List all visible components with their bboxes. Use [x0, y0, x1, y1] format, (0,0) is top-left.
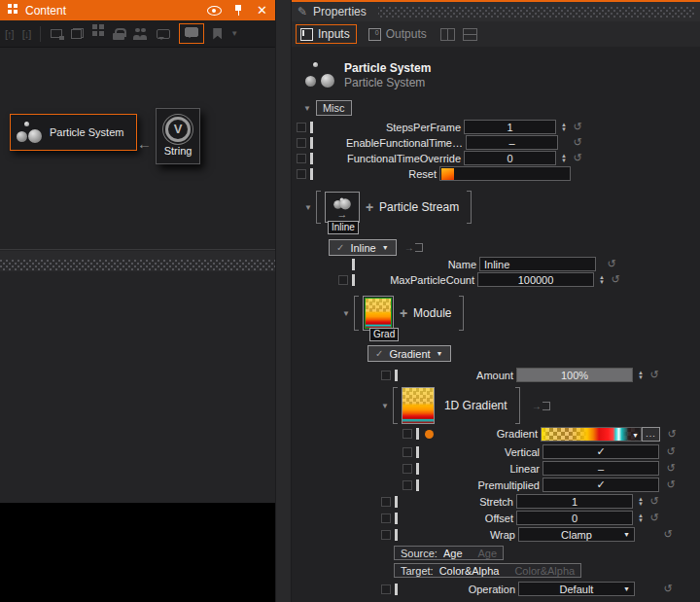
pin-indicator[interactable]: [395, 584, 398, 595]
snapshot-icon[interactable]: [51, 29, 62, 38]
collapse-icon[interactable]: ▼: [342, 309, 350, 318]
revert-icon[interactable]: ↺: [648, 513, 660, 523]
publish-checkbox[interactable]: [381, 497, 391, 507]
pin-indicator[interactable]: [416, 479, 419, 491]
bookmark-icon[interactable]: [213, 28, 222, 40]
spinner-icon[interactable]: ▲▼: [635, 513, 647, 522]
publish-checkbox[interactable]: [381, 371, 391, 380]
target-value[interactable]: Color&Alpha: [439, 565, 500, 577]
category-label[interactable]: Misc: [316, 100, 352, 116]
pin-indicator[interactable]: [352, 274, 355, 286]
revert-icon[interactable]: ↺: [610, 274, 621, 285]
export-patch-icon[interactable]: [↑]: [5, 28, 14, 40]
lock-icon[interactable]: [113, 28, 124, 40]
amount-slider[interactable]: 100%: [516, 368, 633, 382]
publish-checkbox[interactable]: [402, 464, 412, 474]
pin-indicator[interactable]: [310, 153, 313, 164]
pin-indicator[interactable]: [416, 446, 419, 458]
plus-icon[interactable]: +: [366, 199, 373, 215]
content-titlebar[interactable]: Content ✕: [0, 0, 275, 20]
pin-indicator[interactable]: [352, 259, 355, 270]
linear-toggle[interactable]: –: [542, 461, 659, 476]
spinner-icon[interactable]: ▲▼: [558, 123, 570, 131]
pin-indicator[interactable]: [395, 496, 398, 508]
vertical-toggle[interactable]: ✓: [542, 444, 659, 459]
enablefunctionaltime-field[interactable]: –: [466, 135, 558, 150]
1d-gradient-thumbnail[interactable]: [402, 387, 435, 424]
pin-indicator[interactable]: [395, 370, 398, 381]
maxparticlecount-field[interactable]: 100000: [477, 272, 594, 287]
publish-checkbox[interactable]: [297, 169, 306, 179]
visibility-eye-icon[interactable]: [207, 6, 222, 16]
pin-panel-icon[interactable]: [233, 5, 243, 16]
spinner-icon[interactable]: ▲▼: [596, 275, 608, 284]
plus-icon[interactable]: +: [400, 305, 407, 321]
operation-dropdown[interactable]: Default▼: [518, 582, 635, 596]
collapse-icon[interactable]: ▼: [303, 104, 311, 113]
inline-dropdown[interactable]: ✓ Inline ▼: [329, 239, 397, 256]
comment-filled-selected[interactable]: [179, 23, 204, 44]
spinner-icon[interactable]: ▲▼: [558, 154, 570, 162]
toolbar-dropdown-icon[interactable]: ▼: [230, 29, 238, 38]
gradient-bar-field[interactable]: ▼: [541, 427, 642, 442]
node-particle-system[interactable]: Particle System: [10, 114, 137, 151]
collapse-icon[interactable]: ▼: [304, 203, 312, 212]
publish-checkbox[interactable]: [297, 154, 306, 163]
publish-checkbox[interactable]: [402, 429, 412, 439]
publish-checkbox[interactable]: [381, 530, 391, 540]
revert-icon[interactable]: ↺: [572, 122, 583, 132]
functionaltimeoverride-field[interactable]: 0: [464, 151, 556, 165]
particle-stream-thumbnail[interactable]: →: [325, 192, 360, 223]
spinner-icon[interactable]: ▲▼: [635, 371, 647, 379]
premultiplied-toggle[interactable]: ✓: [542, 478, 659, 492]
publish-checkbox[interactable]: [338, 275, 348, 285]
publish-checkbox[interactable]: [381, 584, 391, 594]
revert-icon[interactable]: ↺: [665, 446, 677, 457]
pin-indicator[interactable]: [416, 428, 419, 440]
gradient-editor-button[interactable]: ...: [642, 427, 660, 442]
publish-checkbox[interactable]: [297, 123, 306, 132]
import-patch-icon[interactable]: [↓]: [22, 28, 31, 40]
connect-icon[interactable]: →: [532, 402, 550, 410]
revert-icon[interactable]: ↺: [665, 463, 677, 474]
node-string[interactable]: V String: [156, 108, 200, 164]
grid-view-icon[interactable]: [92, 24, 97, 29]
revert-icon[interactable]: ↺: [572, 137, 583, 148]
connect-icon[interactable]: →: [404, 243, 423, 252]
tab-inputs[interactable]: Inputs: [296, 24, 357, 44]
spinner-icon[interactable]: ▲▼: [635, 497, 647, 506]
comment-outline-icon[interactable]: [157, 29, 170, 39]
pin-indicator[interactable]: [310, 168, 313, 180]
pin-indicator[interactable]: [416, 463, 419, 475]
name-field[interactable]: Inline: [479, 257, 596, 271]
tab-outputs[interactable]: 0 Outputs: [365, 25, 433, 43]
pin-indicator[interactable]: [310, 122, 313, 133]
revert-icon[interactable]: ↺: [666, 429, 678, 440]
close-icon[interactable]: ✕: [255, 4, 269, 17]
source-value[interactable]: Age: [443, 548, 463, 559]
users-icon[interactable]: [133, 28, 148, 40]
layers-icon[interactable]: [71, 28, 84, 39]
publish-checkbox[interactable]: [381, 513, 391, 523]
splitter-grip[interactable]: [0, 259, 275, 271]
revert-icon[interactable]: ↺: [648, 370, 660, 380]
bang-button[interactable]: [441, 168, 454, 180]
revert-icon[interactable]: ↺: [662, 584, 674, 594]
properties-titlebar[interactable]: ✎ Properties: [292, 2, 700, 21]
revert-icon[interactable]: ↺: [606, 259, 617, 269]
reset-bang-field[interactable]: [439, 166, 571, 181]
publish-checkbox[interactable]: [402, 480, 412, 490]
gradient-dropdown[interactable]: ✓ Gradient ▼: [368, 345, 451, 362]
publish-checkbox[interactable]: [297, 138, 306, 148]
wrap-dropdown[interactable]: Clamp▼: [518, 527, 635, 542]
split-horizontal-icon[interactable]: [463, 28, 477, 41]
vertical-splitter[interactable]: [275, 0, 292, 602]
node-canvas[interactable]: Particle System ← V String: [0, 48, 275, 250]
offset-field[interactable]: 0: [516, 511, 633, 525]
pin-indicator[interactable]: [395, 513, 398, 524]
revert-icon[interactable]: ↺: [662, 529, 674, 540]
pin-indicator[interactable]: [395, 529, 398, 541]
revert-icon[interactable]: ↺: [665, 479, 677, 490]
stretch-field[interactable]: 1: [516, 494, 633, 509]
pin-indicator[interactable]: [310, 137, 313, 149]
